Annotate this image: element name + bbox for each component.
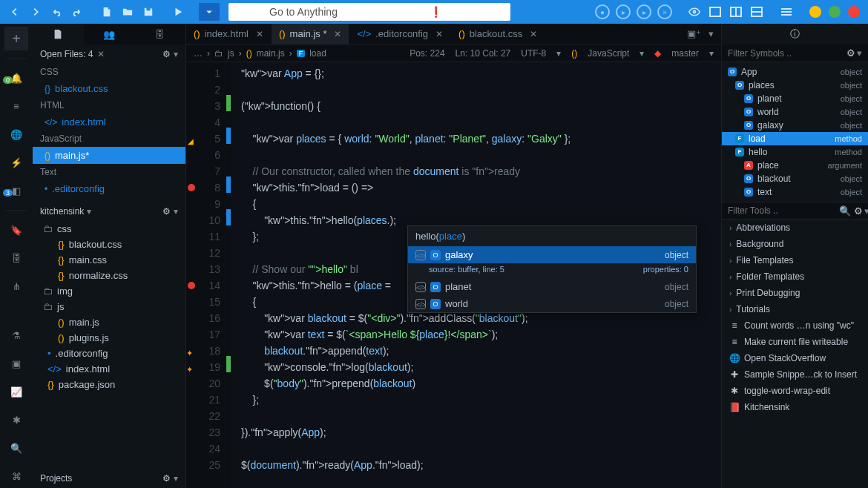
- save-macro-button[interactable]: ▸: [637, 4, 651, 19]
- tree-file[interactable]: ()main.js: [33, 314, 185, 330]
- undo-button[interactable]: [47, 3, 65, 21]
- pane-split-h-button[interactable]: [748, 3, 766, 21]
- symbol-item[interactable]: Oblackoutobject: [722, 172, 868, 185]
- run-button[interactable]: [169, 3, 187, 21]
- editor-body[interactable]: 1234◢567891011121314151617✦18✦1920212223…: [186, 62, 721, 488]
- tools-gear-icon[interactable]: ⚙: [854, 205, 863, 217]
- nav-forward-button[interactable]: [27, 3, 45, 21]
- nav-back-button[interactable]: [6, 3, 24, 21]
- open-files-gear-icon[interactable]: ⚙: [162, 49, 171, 59]
- stats-button[interactable]: 📈: [4, 380, 28, 403]
- tool-item[interactable]: ≡Make current file writeable: [722, 334, 868, 350]
- notifications-button[interactable]: 0🔔: [4, 66, 28, 90]
- right-tab-symbols[interactable]: ⓘ: [722, 24, 868, 44]
- close-tab-icon[interactable]: ✕: [530, 29, 537, 39]
- crumb-file[interactable]: main.js: [257, 48, 285, 59]
- tab-list-icon[interactable]: ▾: [708, 28, 714, 39]
- add-tab-button[interactable]: +: [4, 27, 28, 50]
- tree-file[interactable]: {}normalize.css: [33, 268, 185, 283]
- close-open-files-icon[interactable]: ✕: [97, 49, 105, 59]
- new-file-button[interactable]: [98, 3, 116, 21]
- flash-button[interactable]: ⚡: [4, 151, 28, 174]
- crumb-symbol[interactable]: load: [309, 48, 326, 59]
- tools-filter-input[interactable]: [728, 205, 839, 216]
- tool-item[interactable]: ›Print Debugging: [722, 285, 868, 301]
- tool-item[interactable]: ≡Count words …n using "wc": [722, 317, 868, 334]
- symbol-item[interactable]: Oworldobject: [722, 105, 868, 119]
- editor-tab[interactable]: ()main.js *✕: [272, 24, 350, 44]
- snippet-button[interactable]: ✱: [4, 408, 28, 432]
- tree-file[interactable]: {}package.json: [33, 377, 185, 392]
- tool-item[interactable]: ✚Sample Snippe…ck to Insert: [722, 366, 868, 383]
- search-button[interactable]: 🔍: [4, 436, 28, 460]
- new-tab-icon[interactable]: ▣⁺: [687, 28, 701, 39]
- symbol-item[interactable]: Otextobject: [722, 185, 868, 199]
- window-close-button[interactable]: [848, 6, 860, 18]
- diff-button[interactable]: 3◧: [4, 179, 28, 202]
- symbol-item[interactable]: Fhellomethod: [722, 145, 868, 159]
- close-tab-icon[interactable]: ✕: [256, 29, 263, 39]
- window-maximize-button[interactable]: [829, 6, 841, 18]
- tree-file[interactable]: ()plugins.js: [33, 330, 185, 346]
- open-file-mainjs[interactable]: ()main.js*: [33, 147, 185, 164]
- symbol-item[interactable]: Ogalaxyobject: [722, 119, 868, 132]
- folder-img[interactable]: 🗀img: [33, 283, 185, 299]
- tool-item[interactable]: 📕Kitchensink: [722, 399, 868, 415]
- status-branch[interactable]: master: [671, 48, 699, 59]
- symbol-item[interactable]: Floadmethod: [722, 132, 868, 145]
- side-tab-people[interactable]: 👥: [84, 24, 135, 44]
- open-file-blackout[interactable]: {}blackout.css: [33, 80, 185, 97]
- close-tab-icon[interactable]: ✕: [334, 29, 341, 39]
- autocomplete-item[interactable]: </>Oplanetobject: [408, 278, 696, 295]
- share-button[interactable]: ⋔: [4, 274, 28, 298]
- tool-item[interactable]: ›Background: [722, 236, 868, 252]
- menu-button[interactable]: [777, 3, 795, 21]
- crumb-folder[interactable]: js: [228, 48, 234, 59]
- editor-tab[interactable]: ()index.html✕: [186, 24, 272, 44]
- save-button[interactable]: [139, 3, 157, 21]
- tree-file[interactable]: {}main.css: [33, 252, 185, 268]
- database-button[interactable]: 🗄: [4, 246, 28, 270]
- command-button[interactable]: ⌘: [4, 464, 28, 488]
- open-file-editorconfig[interactable]: •.editorconfig: [33, 180, 185, 197]
- side-tab-db[interactable]: 🗄: [134, 24, 185, 44]
- tool-item[interactable]: ›Abbreviations: [722, 220, 868, 236]
- projects-gear-icon[interactable]: ⚙: [162, 473, 171, 484]
- status-lang[interactable]: JavaScript: [588, 48, 629, 59]
- pane-split-v-button[interactable]: [727, 3, 745, 21]
- macro-button[interactable]: »: [657, 4, 672, 19]
- search-icon[interactable]: 🔍: [839, 205, 851, 217]
- open-file-index[interactable]: </>index.html: [33, 113, 185, 131]
- caret-down-icon[interactable]: ▾: [174, 49, 178, 59]
- go-to-anything-input[interactable]: Go to Anything ❗: [228, 3, 510, 21]
- symbol-item[interactable]: OAppobject: [722, 65, 868, 79]
- pane-single-button[interactable]: [706, 3, 724, 21]
- tree-file[interactable]: {}blackout.css: [33, 237, 185, 252]
- autocomplete-item[interactable]: </>Ogalaxyobject: [408, 246, 696, 263]
- lab-button[interactable]: ⚗: [4, 323, 28, 347]
- tree-file[interactable]: </>index.html: [33, 361, 185, 377]
- bookmark-button[interactable]: 🔖: [4, 218, 28, 242]
- caret-down-icon[interactable]: ▾: [174, 206, 178, 217]
- symbol-item[interactable]: Oplacesobject: [722, 79, 868, 92]
- open-folder-button[interactable]: [119, 3, 137, 21]
- tool-item[interactable]: ›Folder Templates: [722, 268, 868, 285]
- status-encoding[interactable]: UTF-8: [521, 48, 546, 59]
- editor-tab[interactable]: ()blackout.css✕: [451, 24, 545, 44]
- editor-tab[interactable]: </>.editorconfig✕: [349, 24, 451, 44]
- symbols-gear-icon[interactable]: ⚙: [846, 47, 855, 59]
- outline-button[interactable]: ≡: [4, 94, 28, 118]
- redo-button[interactable]: [68, 3, 86, 21]
- folder-css[interactable]: 🗀css: [33, 221, 185, 237]
- symbol-item[interactable]: Aplaceargument: [722, 159, 868, 172]
- preview-button[interactable]: [685, 3, 703, 21]
- terminal-button[interactable]: ▣: [4, 352, 28, 375]
- folder-js[interactable]: 🗀js: [33, 299, 185, 314]
- ellipsis-icon[interactable]: …: [194, 48, 203, 59]
- projects-header[interactable]: Projects ⚙ ▾: [33, 469, 185, 488]
- window-minimize-button[interactable]: [809, 6, 821, 18]
- autocomplete-item[interactable]: </>Oworldobject: [408, 295, 696, 312]
- tool-item[interactable]: 🌐Open StackOverflow: [722, 350, 868, 366]
- side-tab-files[interactable]: [33, 24, 84, 44]
- play-macro-button[interactable]: ▸: [616, 4, 631, 19]
